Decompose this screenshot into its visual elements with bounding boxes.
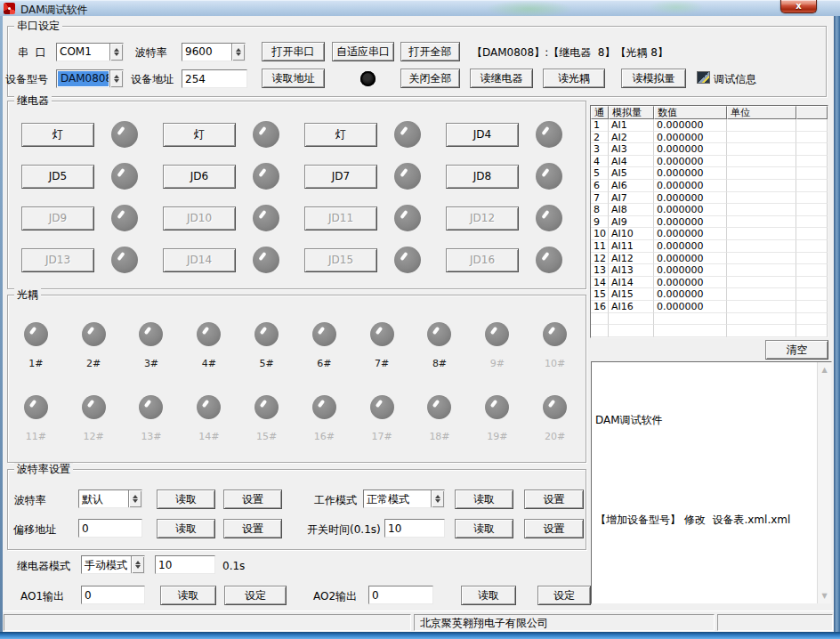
spinner-icon[interactable] xyxy=(231,44,245,61)
read-address-button[interactable]: 读取地址 xyxy=(262,69,325,88)
baud-read-button[interactable]: 读取 xyxy=(157,489,215,509)
relay-button[interactable]: JD13 xyxy=(21,248,94,272)
ao2-input[interactable] xyxy=(368,586,433,604)
opto-cell: 17# xyxy=(353,395,411,468)
table-row[interactable]: 8 AI8 0.000000 xyxy=(591,204,828,216)
opto-cell: 1# xyxy=(7,322,65,395)
table-row[interactable] xyxy=(591,313,828,326)
ao1-set-button[interactable]: 设定 xyxy=(224,586,287,605)
relay-button[interactable]: 灯 xyxy=(304,123,377,147)
debug-info-icon[interactable] xyxy=(697,71,710,84)
relay-led-icon xyxy=(394,163,421,190)
table-row[interactable]: 5 AI5 0.000000 xyxy=(591,167,828,180)
cell-extra xyxy=(796,119,828,132)
read-analog-button[interactable]: 读模拟量 xyxy=(621,69,686,88)
relay-button[interactable]: JD5 xyxy=(21,165,94,189)
baud-set-button[interactable]: 设置 xyxy=(223,489,282,509)
relay-button[interactable]: JD7 xyxy=(304,165,377,189)
spinner-icon[interactable] xyxy=(109,44,123,61)
relay-button[interactable]: 灯 xyxy=(21,123,94,147)
window-border-left xyxy=(0,16,3,632)
relay-button[interactable]: JD9 xyxy=(21,206,94,231)
relay-button[interactable]: JD11 xyxy=(304,206,377,231)
switch-time-input[interactable] xyxy=(384,519,445,538)
cell-channel: 6 xyxy=(591,180,609,192)
table-row[interactable]: 13 AI13 0.000000 xyxy=(591,264,828,277)
opto-led-icon xyxy=(485,395,509,419)
table-row[interactable]: 10 AI10 0.000000 xyxy=(591,228,828,240)
app-window: DAM调试软件 x 串口设定 串 口 COM1 波特率 9600 打开串口 自适… xyxy=(0,0,840,639)
relay-button[interactable]: JD6 xyxy=(163,165,236,189)
info-line xyxy=(595,563,814,576)
table-row[interactable]: 16 AI16 0.000000 xyxy=(591,301,828,313)
table-row[interactable]: 15 AI15 0.000000 xyxy=(591,288,828,301)
table-row[interactable] xyxy=(591,325,828,337)
relay-button[interactable]: JD10 xyxy=(163,206,236,231)
info-line: DAM调试软件 xyxy=(595,414,814,426)
offset-set-button[interactable]: 设置 xyxy=(223,519,282,538)
switch-read-button[interactable]: 读取 xyxy=(455,519,513,538)
table-row[interactable]: 6 AI6 0.000000 xyxy=(591,180,828,192)
ao2-read-button[interactable]: 读取 xyxy=(461,586,516,605)
open-port-button[interactable]: 打开串口 xyxy=(262,42,325,61)
relay-button[interactable]: JD15 xyxy=(304,248,377,272)
opto-group-title: 光耦 xyxy=(14,288,41,301)
cell-name xyxy=(609,325,654,337)
close-all-button[interactable]: 关闭全部 xyxy=(400,69,460,88)
table-row[interactable]: 1 AI1 0.000000 xyxy=(591,119,828,132)
header-value[interactable]: 数值 xyxy=(654,106,727,119)
app-icon xyxy=(4,3,15,14)
workmode-set-button[interactable]: 设置 xyxy=(524,489,584,509)
opto-led-icon xyxy=(543,322,567,346)
clear-button[interactable]: 清空 xyxy=(765,340,828,360)
relay-time-input[interactable] xyxy=(155,555,215,574)
close-button[interactable]: x xyxy=(780,0,817,13)
header-unit[interactable]: 单位 xyxy=(727,106,796,119)
relay-mode-combobox[interactable]: 手动模式 xyxy=(81,555,145,574)
relay-button[interactable]: JD4 xyxy=(446,123,519,147)
spinner-icon[interactable] xyxy=(431,490,444,507)
table-row[interactable]: 3 AI3 0.000000 xyxy=(591,143,828,156)
read-relay-button[interactable]: 读继电器 xyxy=(470,69,533,88)
table-row[interactable]: 7 AI7 0.000000 xyxy=(591,192,828,205)
opto-label: 17# xyxy=(372,431,392,442)
header-analog[interactable]: 模拟量 xyxy=(609,106,654,119)
baud-setting-combobox[interactable]: 默认 xyxy=(78,489,142,508)
table-row[interactable]: 11 AI11 0.000000 xyxy=(591,240,828,253)
relay-button[interactable]: 灯 xyxy=(163,123,236,147)
ao1-read-button[interactable]: 读取 xyxy=(160,586,216,605)
relay-button[interactable]: JD16 xyxy=(446,248,519,272)
relay-button[interactable]: JD14 xyxy=(163,248,236,272)
ao2-set-button[interactable]: 设定 xyxy=(537,586,591,605)
table-row[interactable]: 14 AI14 0.000000 xyxy=(591,277,828,289)
device-address-input[interactable] xyxy=(182,69,247,88)
offset-read-button[interactable]: 读取 xyxy=(157,519,215,538)
baud-combobox[interactable]: 9600 xyxy=(182,43,246,61)
scroll-up-icon[interactable]: ▲ xyxy=(818,363,831,376)
header-extra[interactable] xyxy=(796,106,828,119)
switch-set-button[interactable]: 设置 xyxy=(524,519,584,538)
ao1-input[interactable] xyxy=(81,586,145,604)
com-port-combobox[interactable]: COM1 xyxy=(56,43,124,61)
header-channel[interactable]: 通 xyxy=(591,106,609,119)
table-row[interactable]: 12 AI12 0.000000 xyxy=(591,253,828,265)
table-row[interactable]: 4 AI4 0.000000 xyxy=(591,156,828,168)
cell-channel: 13 xyxy=(591,264,609,277)
workmode-read-button[interactable]: 读取 xyxy=(455,489,513,509)
spinner-icon[interactable] xyxy=(128,490,141,507)
relay-button[interactable]: JD8 xyxy=(446,165,519,189)
ao2-label: AO2输出 xyxy=(313,590,357,603)
spinner-icon[interactable] xyxy=(109,70,123,87)
offset-address-input[interactable] xyxy=(78,519,142,538)
device-model-combobox[interactable]: DAM0808 xyxy=(56,69,124,88)
spinner-icon[interactable] xyxy=(131,556,144,573)
read-opto-button[interactable]: 读光耦 xyxy=(543,69,605,88)
info-scrollbar[interactable]: ▲ ▼ xyxy=(817,362,831,603)
table-row[interactable]: 2 AI2 0.000000 xyxy=(591,132,828,144)
auto-port-button[interactable]: 自适应串口 xyxy=(332,42,394,61)
table-row[interactable]: 9 AI9 0.000000 xyxy=(591,216,828,229)
open-all-button[interactable]: 打开全部 xyxy=(400,42,460,61)
relay-button[interactable]: JD12 xyxy=(446,206,519,231)
scroll-down-icon[interactable]: ▼ xyxy=(818,589,831,603)
workmode-combobox[interactable]: 正常模式 xyxy=(363,489,445,508)
